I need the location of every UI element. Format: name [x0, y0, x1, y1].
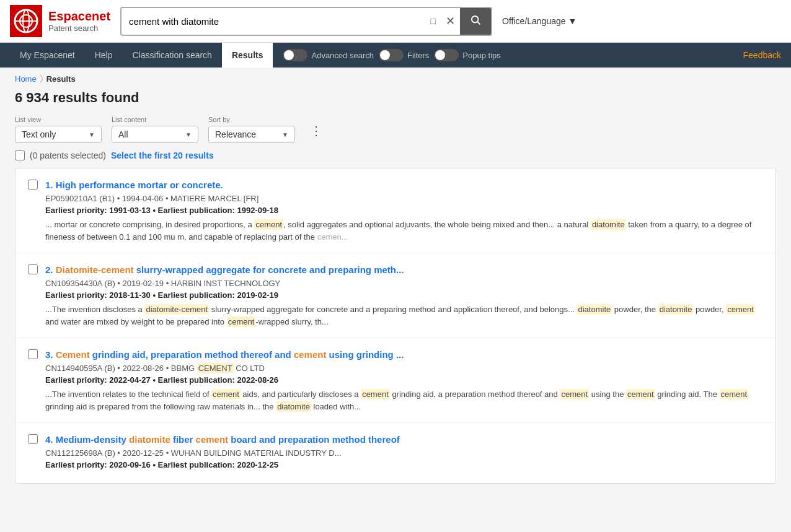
highlight-diatomite-1: diatomite — [591, 219, 626, 230]
filters-toggle[interactable] — [379, 49, 404, 61]
list-content-value: All — [118, 129, 180, 139]
result-checkbox-1[interactable] — [28, 180, 38, 190]
popup-tips-toggle-group: Popup tips — [434, 49, 500, 61]
result-body-4: 4. Medium-density diatomite fiber cement… — [45, 433, 763, 473]
result-title-3[interactable]: 3. Cement grinding aid, preparation meth… — [45, 348, 763, 361]
highlight-cement-2b: cement — [227, 316, 256, 327]
result-title-highlight-4a: diatomite — [129, 434, 170, 445]
list-content-arrow-icon: ▼ — [185, 131, 192, 138]
result-number-3: 3. — [45, 349, 56, 360]
main-content: 6 934 results found List view Text only … — [0, 90, 791, 499]
table-row: 4. Medium-density diatomite fiber cement… — [15, 423, 776, 483]
result-meta-2: CN109354430A (B) • 2019-02-19 • HARBIN I… — [45, 279, 763, 288]
table-row: 2. Diatomite-cement slurry-wrapped aggre… — [15, 253, 776, 338]
sort-by-control: Sort by Relevance ▼ — [208, 116, 295, 143]
search-icon — [470, 14, 481, 25]
result-title-text-2: slurry-wrapped aggregate for concrete an… — [134, 264, 404, 275]
result-title-2[interactable]: 2. Diatomite-cement slurry-wrapped aggre… — [45, 263, 763, 276]
select-all-row: (0 patents selected) Select the first 20… — [15, 150, 776, 160]
sort-by-select[interactable]: Relevance ▼ — [208, 126, 295, 143]
list-content-label: List content — [112, 116, 198, 123]
result-patent-id-1: EP0590210A1 (B1) • 1994-04-06 • MATIERE … — [45, 194, 259, 203]
highlight-cement-3c: cement — [560, 389, 589, 399]
result-checkbox-3[interactable] — [28, 349, 38, 359]
list-controls: List view Text only ▼ List content All ▼… — [15, 116, 776, 143]
popup-tips-toggle[interactable] — [434, 49, 459, 61]
highlight-cement-3e: cement — [720, 389, 749, 399]
result-priority-2: Earliest priority: 2018-11-30 • Earliest… — [45, 290, 763, 300]
result-priority-4: Earliest priority: 2020-09-16 • Earliest… — [45, 460, 763, 469]
breadcrumb-separator: 〉 — [40, 74, 43, 84]
nav-toggles: Advanced search Filters Popup tips — [283, 49, 500, 61]
svg-line-6 — [477, 22, 480, 24]
result-snippet-1: ... mortar or concrete comprising, in de… — [45, 219, 763, 243]
breadcrumb: Home 〉 Results — [0, 68, 791, 90]
logo-area: Espacenet Patent search — [10, 5, 110, 37]
result-title-text-3a: grinding aid, preparation method thereof… — [90, 349, 294, 360]
results-list: 1. High performance mortar or concrete. … — [15, 168, 776, 484]
result-title-highlight-4b: cement — [196, 434, 229, 445]
expand-search-button[interactable]: □ — [426, 11, 441, 31]
header: Espacenet Patent search □ ✕ Office/Langu… — [0, 0, 791, 43]
result-title-1[interactable]: 1. High performance mortar or concrete. — [45, 178, 763, 191]
result-title-4[interactable]: 4. Medium-density diatomite fiber cement… — [45, 433, 763, 446]
table-row: 1. High performance mortar or concrete. … — [15, 168, 776, 253]
result-body-3: 3. Cement grinding aid, preparation meth… — [45, 348, 763, 412]
advanced-search-toggle-group: Advanced search — [283, 49, 373, 61]
nav-help[interactable]: Help — [85, 43, 123, 68]
result-title-text-4b: fiber — [170, 434, 196, 445]
result-title-text-4c: board and preparation method thereof — [228, 434, 400, 445]
highlight-cement-2a: cement — [726, 304, 755, 315]
result-title-highlight-2: Diatomite-cement — [56, 264, 134, 275]
highlight-diatomite-2a: diatomite — [577, 304, 612, 315]
search-bar: □ ✕ — [120, 7, 492, 36]
select-first-20-link[interactable]: Select the first 20 results — [111, 150, 214, 160]
feedback-link[interactable]: Feedback — [743, 50, 781, 60]
select-all-checkbox[interactable] — [15, 150, 25, 160]
search-submit-button[interactable] — [460, 8, 491, 35]
result-snippet-2: ...The invention discloses a diatomite-c… — [45, 303, 763, 328]
result-meta-1: EP0590210A1 (B1) • 1994-04-06 • MATIERE … — [45, 194, 763, 203]
results-count: 6 934 results found — [15, 90, 776, 106]
result-priority-3: Earliest priority: 2022-04-27 • Earliest… — [45, 375, 763, 385]
list-content-control: List content All ▼ — [112, 116, 198, 143]
filters-toggle-group: Filters — [379, 49, 429, 61]
result-priority-1: Earliest priority: 1991-03-13 • Earliest… — [45, 206, 763, 215]
breadcrumb-current: Results — [46, 74, 76, 84]
list-view-arrow-icon: ▼ — [89, 131, 95, 138]
nav-my-espacenet[interactable]: My Espacenet — [10, 43, 85, 68]
espacenet-logo-icon — [10, 5, 42, 37]
result-title-highlight-3b: cement — [294, 349, 327, 360]
nav-results[interactable]: Results — [222, 43, 273, 68]
office-language-selector[interactable]: Office/Language ▼ — [502, 16, 577, 26]
highlight-cement-3a: cement — [211, 389, 241, 399]
breadcrumb-home[interactable]: Home — [15, 74, 37, 84]
clear-search-button[interactable]: ✕ — [441, 9, 460, 33]
search-input[interactable] — [122, 11, 426, 32]
more-options-button[interactable]: ⋮ — [305, 121, 327, 141]
table-row: 3. Cement grinding aid, preparation meth… — [15, 338, 776, 423]
highlight-diatomite-3: diatomite — [276, 401, 311, 412]
list-view-label: List view — [15, 116, 102, 123]
result-meta-3: CN114940595A (B) • 2022-08-26 • BBMG CEM… — [45, 364, 763, 373]
list-view-select[interactable]: Text only ▼ — [15, 126, 102, 143]
nav-classification-search[interactable]: Classification search — [123, 43, 222, 68]
navbar: My Espacenet Help Classification search … — [0, 43, 791, 68]
popup-tips-label: Popup tips — [462, 51, 500, 60]
result-checkbox-4[interactable] — [28, 434, 38, 444]
result-title-text-1: High performance mortar or concrete. — [56, 180, 223, 190]
result-meta-4: CN112125698A (B) • 2020-12-25 • WUHAN BU… — [45, 448, 763, 458]
result-title-text-3b: using grinding ... — [326, 349, 404, 360]
list-content-select[interactable]: All ▼ — [112, 126, 198, 143]
result-checkbox-2[interactable] — [28, 264, 38, 274]
result-number-2: 2. — [45, 264, 56, 275]
logo-subtitle: Patent search — [48, 24, 110, 33]
chevron-down-icon: ▼ — [568, 16, 577, 26]
svg-point-5 — [472, 16, 479, 23]
sort-by-value: Relevance — [215, 129, 277, 139]
result-snippet-3: ...The invention relates to the technica… — [45, 388, 763, 412]
list-view-value: Text only — [22, 129, 84, 139]
logo-title: Espacenet — [48, 9, 110, 24]
advanced-search-label: Advanced search — [311, 51, 373, 60]
advanced-search-toggle[interactable] — [283, 49, 307, 61]
